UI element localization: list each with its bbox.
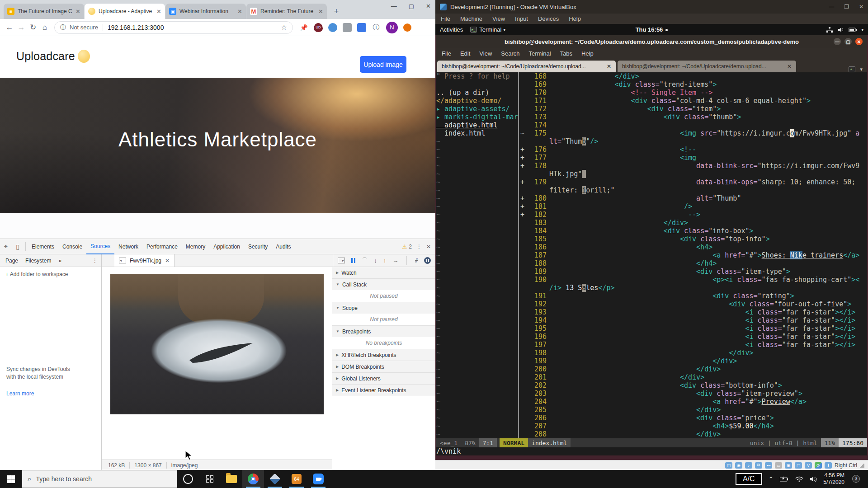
resize-grip[interactable]	[860, 463, 864, 468]
mouse-integration-icon[interactable]: ⟳	[815, 462, 822, 469]
devtools-tab-application[interactable]: Application	[209, 239, 244, 254]
network-icon[interactable]	[826, 27, 833, 33]
code-line[interactable]: 186<h4>	[520, 243, 867, 251]
hidden-icons-chevron[interactable]: ⌃	[769, 475, 774, 483]
terminal-menu-search[interactable]: Search	[501, 50, 519, 57]
terminal-maximize-icon[interactable]: ▢	[844, 38, 852, 45]
system-menu-chevron-icon[interactable]: ▾	[861, 28, 863, 32]
nerdtree-row[interactable]: </adaptive-demo/	[436, 97, 518, 105]
network-status-icon[interactable]: ⧉	[755, 462, 762, 469]
address-bar[interactable]: ⓘ Not secure 192.168.1.213:3000 ☆	[54, 21, 293, 34]
code-line[interactable]: +176<!--	[520, 145, 867, 154]
page-info-icon[interactable]: ⓘ	[372, 23, 381, 32]
terminal-menu-help[interactable]: Help	[581, 50, 594, 57]
navigator-toggle-icon[interactable]: ◂	[119, 258, 126, 263]
code-line[interactable]: 170<!-- Single Item -->	[520, 89, 867, 97]
nerdtree-row[interactable]: adaptive.html	[436, 121, 518, 129]
devtools-tab-elements[interactable]: Elements	[28, 239, 58, 254]
pin-extension-icon[interactable]: 📌	[299, 23, 308, 32]
chrome-taskbar-button[interactable]	[242, 470, 264, 488]
vm-maximize-icon[interactable]: ❐	[844, 4, 849, 10]
step-icon[interactable]: →	[392, 257, 398, 264]
devtools-tab-network[interactable]: Network	[114, 239, 142, 254]
debug-section-header-call-stack[interactable]: ▼Call Stack	[332, 279, 435, 290]
reload-icon[interactable]: ↻	[27, 23, 39, 32]
terminal-menu-file[interactable]: File	[442, 50, 451, 57]
pause-script-icon[interactable]	[351, 258, 355, 263]
cortana-button[interactable]	[177, 470, 199, 488]
info-icon[interactable]: ⓘ	[60, 23, 66, 32]
tool-taskbar-button[interactable]: 64	[286, 470, 307, 488]
tray-battery-icon[interactable]	[780, 476, 789, 482]
code-line[interactable]: 184<div class="info-box">	[520, 227, 867, 235]
close-icon[interactable]: ✕	[426, 3, 431, 9]
start-button[interactable]	[0, 470, 22, 488]
grey-extension-icon[interactable]	[343, 23, 352, 32]
vbox-menu-machine[interactable]: Machine	[460, 15, 482, 22]
code-line[interactable]: 189<div class="item-type">	[520, 267, 867, 276]
virtualbox-titlebar[interactable]: Development2 [Running] - Oracle VM Virtu…	[435, 0, 868, 14]
new-terminal-tab-icon[interactable]: +	[849, 66, 855, 72]
url-text[interactable]: 192.168.1.213:3000	[108, 24, 164, 31]
battery-icon[interactable]	[849, 28, 857, 32]
debug-section-header-global-listeners[interactable]: ▶Global Listeners	[332, 373, 435, 384]
vbox-menu-devices[interactable]: Devices	[538, 15, 559, 22]
vbox-menu-input[interactable]: Input	[515, 15, 528, 22]
tab-close-icon[interactable]: ✕	[318, 8, 323, 15]
recording-status-icon[interactable]: ▢	[795, 462, 802, 469]
code-line[interactable]: 173<div class="thumb">	[520, 113, 867, 121]
sharedfolder-status-icon[interactable]: ▭	[775, 462, 782, 469]
code-line[interactable]: 204<a href="#">Preview</a>	[520, 398, 867, 406]
debug-section-header-scope[interactable]: ▼Scope	[332, 302, 435, 314]
terminal-tab-close-icon[interactable]: ✕	[607, 63, 611, 70]
code-line[interactable]: 205</div>	[520, 406, 867, 414]
terminal-tab-1[interactable]: bishibop@development: ~/Code/Uploadcare/…	[618, 61, 796, 72]
bookmark-star-icon[interactable]: ☆	[281, 23, 287, 32]
step-into-icon[interactable]: ↓	[374, 257, 377, 264]
new-tab-button[interactable]: +	[330, 5, 343, 18]
browser-tab-2[interactable]: ▣Webinar Information✕	[165, 4, 246, 19]
devtools-tab-sources[interactable]: Sources	[86, 239, 114, 254]
terminal-tab-close-icon[interactable]: ✕	[787, 63, 792, 70]
code-line[interactable]: /i> 13 Sales</p>	[520, 284, 867, 292]
home-icon[interactable]: ⌂	[39, 23, 51, 32]
debug-section-header-xhr-fetch-breakpoints[interactable]: ▶XHR/fetch Breakpoints	[332, 349, 435, 361]
add-folder-button[interactable]: + Add folder to workspace	[0, 267, 101, 282]
tab-filesystem[interactable]: Filesystem	[25, 258, 51, 264]
terminal-menu-terminal[interactable]: Terminal	[529, 50, 551, 57]
code-line[interactable]: 188</h4>	[520, 259, 867, 267]
browser-tab-3[interactable]: MReminder: The Future✕	[246, 4, 327, 19]
console-warning-badge[interactable]: ⚠ 2	[402, 244, 411, 250]
code-line[interactable]: +177<img	[520, 154, 867, 162]
vbox-menu-help[interactable]: Help	[569, 15, 581, 22]
code-line[interactable]: 183</div>	[520, 219, 867, 227]
wifi-icon[interactable]	[795, 476, 803, 482]
file-tab-close-icon[interactable]: ✕	[165, 258, 170, 264]
devtools-tab-performance[interactable]: Performance	[142, 239, 182, 254]
code-line[interactable]: 202<div class="bottom-info">	[520, 381, 867, 389]
vim-code-pane[interactable]: 168</div>169<div class="trend-items">170…	[520, 72, 867, 438]
inspect-element-icon[interactable]: ⌖	[0, 242, 12, 252]
code-line[interactable]: 192<div class="four-out-of-five">	[520, 300, 867, 308]
vim-editor[interactable]: " Press ? for help.. (up a dir)</adaptiv…	[436, 72, 867, 438]
upload-image-button[interactable]: Upload image	[360, 56, 406, 73]
back-icon[interactable]: ←	[4, 23, 15, 32]
minimize-icon[interactable]: —	[391, 3, 397, 9]
terminal-menu-edit[interactable]: Edit	[460, 50, 470, 57]
file-explorer-button[interactable]	[221, 470, 242, 488]
code-line[interactable]: 201</div>	[520, 373, 867, 381]
code-line[interactable]: +181/>	[520, 202, 867, 211]
sidebar-toggle-icon[interactable]: ◂	[338, 258, 345, 263]
opticaldisc-status-icon[interactable]: ◉	[735, 462, 742, 469]
code-line[interactable]: ~175<img src="https://i.imgur.com/Fwv9HT…	[520, 129, 867, 137]
code-line[interactable]: 187<a href="#">Shoes: Nike trainers</a>	[520, 251, 867, 259]
tab-close-icon[interactable]: ✕	[156, 8, 161, 15]
code-line[interactable]: 172<div class="item">	[520, 105, 867, 113]
code-line[interactable]: +178data-blink-src="https://i.imgur.com/…	[520, 162, 867, 170]
code-line[interactable]: 198</div>	[520, 349, 867, 357]
display-status-icon[interactable]: ▣	[785, 462, 792, 469]
code-line[interactable]: 191<div class="rating">	[520, 292, 867, 300]
nerdtree-row[interactable]: " Press ? for help	[436, 72, 518, 80]
zoom-taskbar-button[interactable]	[307, 470, 329, 488]
device-toolbar-icon[interactable]: ▯	[12, 242, 24, 252]
